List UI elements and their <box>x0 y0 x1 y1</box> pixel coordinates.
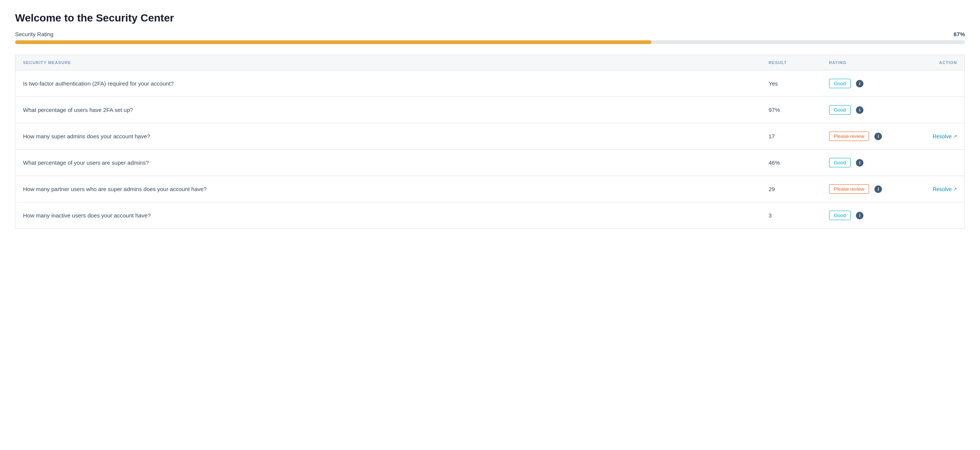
measure-cell-6: How many inactive users does your accoun… <box>16 203 761 229</box>
result-cell-4: 46% <box>761 150 822 176</box>
progress-bar-fill <box>15 40 651 44</box>
result-cell-3: 17 <box>761 123 822 150</box>
rating-cell-3: Please reviewi <box>822 123 905 150</box>
action-cell-1 <box>905 70 965 97</box>
resolve-link-5[interactable]: Resolve↗ <box>932 186 957 192</box>
result-cell-5: 29 <box>761 176 822 203</box>
rating-cell-4: Goodi <box>822 150 905 176</box>
info-icon-5[interactable]: i <box>874 185 882 193</box>
info-icon-1[interactable]: i <box>856 80 864 87</box>
action-cell-5: Resolve↗ <box>905 176 965 203</box>
action-cell-2 <box>905 97 965 123</box>
rating-badge-6: Good <box>829 211 851 220</box>
external-link-icon-3: ↗ <box>953 134 957 139</box>
resolve-label-3: Resolve <box>932 133 952 139</box>
rating-cell-1: Goodi <box>822 70 905 97</box>
table-header-row: SECURITY MEASURE RESULT RATING ACTION <box>16 55 965 70</box>
resolve-label-5: Resolve <box>932 186 952 192</box>
external-link-icon-5: ↗ <box>953 187 957 192</box>
rating-badge-5: Please review <box>829 184 869 194</box>
action-cell-6 <box>905 203 965 229</box>
info-icon-3[interactable]: i <box>874 133 882 140</box>
info-icon-2[interactable]: i <box>856 106 864 114</box>
page-title: Welcome to the Security Center <box>15 12 965 24</box>
measure-cell-4: What percentage of your users are super … <box>16 150 761 176</box>
rating-badge-1: Good <box>829 79 851 88</box>
col-header-rating: RATING <box>822 55 905 70</box>
rating-badge-3: Please review <box>829 132 869 141</box>
rating-cell-6: Goodi <box>822 203 905 229</box>
table-row: How many partner users who are super adm… <box>16 176 965 203</box>
col-header-action: ACTION <box>905 55 965 70</box>
info-icon-6[interactable]: i <box>856 212 864 219</box>
col-header-measure: SECURITY MEASURE <box>16 55 761 70</box>
table-row: How many super admins does your account … <box>16 123 965 150</box>
col-header-result: RESULT <box>761 55 822 70</box>
rating-cell-5: Please reviewi <box>822 176 905 203</box>
table-row: What percentage of your users are super … <box>16 150 965 176</box>
security-rating-percent: 67% <box>954 31 965 37</box>
measure-cell-1: Is two-factor authentication (2FA) requi… <box>16 70 761 97</box>
result-cell-1: Yes <box>761 70 822 97</box>
rating-cell-2: Goodi <box>822 97 905 123</box>
measure-cell-3: How many super admins does your account … <box>16 123 761 150</box>
measure-cell-2: What percentage of users have 2FA set up… <box>16 97 761 123</box>
action-cell-4 <box>905 150 965 176</box>
rating-badge-4: Good <box>829 158 851 167</box>
table-row: What percentage of users have 2FA set up… <box>16 97 965 123</box>
table-row: Is two-factor authentication (2FA) requi… <box>16 70 965 97</box>
resolve-link-3[interactable]: Resolve↗ <box>932 133 957 139</box>
table-row: How many inactive users does your accoun… <box>16 203 965 229</box>
result-cell-6: 3 <box>761 203 822 229</box>
result-cell-2: 97% <box>761 97 822 123</box>
measure-cell-5: How many partner users who are super adm… <box>16 176 761 203</box>
info-icon-4[interactable]: i <box>856 159 864 166</box>
progress-bar-background <box>15 40 965 44</box>
security-measures-table: SECURITY MEASURE RESULT RATING ACTION Is… <box>15 55 965 229</box>
security-rating-label: Security Rating <box>15 31 54 37</box>
action-cell-3: Resolve↗ <box>905 123 965 150</box>
rating-badge-2: Good <box>829 105 851 114</box>
